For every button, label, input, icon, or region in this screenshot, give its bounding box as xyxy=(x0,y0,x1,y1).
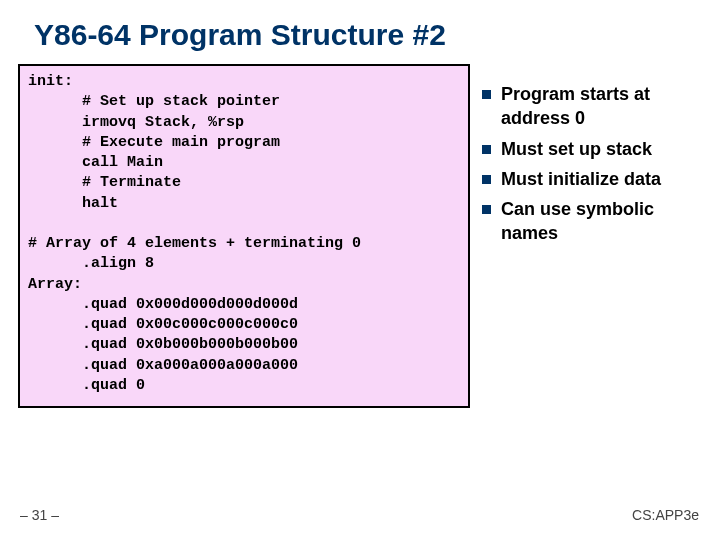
bullet-item: Must initialize data xyxy=(482,167,701,191)
course-label: CS:APP3e xyxy=(632,507,699,523)
bullet-text: Must initialize data xyxy=(501,167,661,191)
bullet-text: Program starts at address 0 xyxy=(501,82,701,131)
bullet-list: Program starts at address 0 Must set up … xyxy=(482,64,701,408)
square-bullet-icon xyxy=(482,175,491,184)
bullet-item: Program starts at address 0 xyxy=(482,82,701,131)
square-bullet-icon xyxy=(482,90,491,99)
slide-title: Y86-64 Program Structure #2 xyxy=(0,0,719,52)
square-bullet-icon xyxy=(482,205,491,214)
code-block: init: # Set up stack pointer irmovq Stac… xyxy=(18,64,470,408)
bullet-item: Can use symbolic names xyxy=(482,197,701,246)
square-bullet-icon xyxy=(482,145,491,154)
bullet-item: Must set up stack xyxy=(482,137,701,161)
content-area: init: # Set up stack pointer irmovq Stac… xyxy=(0,52,719,408)
bullet-text: Can use symbolic names xyxy=(501,197,701,246)
bullet-text: Must set up stack xyxy=(501,137,652,161)
slide-number: – 31 – xyxy=(20,507,59,523)
